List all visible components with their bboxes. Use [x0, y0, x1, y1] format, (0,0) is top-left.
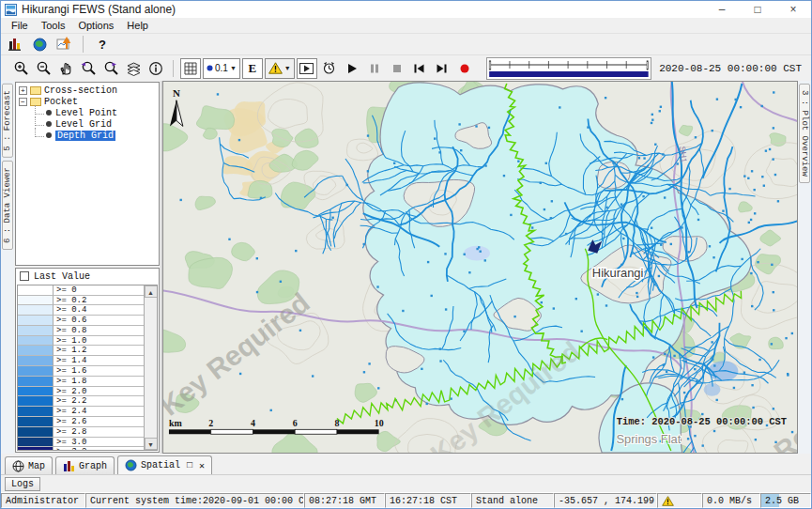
legend-row[interactable]: >= 1.8	[18, 377, 144, 387]
legend-color-swatch	[18, 285, 54, 296]
timeline-slider[interactable]	[486, 57, 651, 80]
tree-item-depth-grid[interactable]: Depth Grid	[18, 130, 159, 141]
legend-row-label: >= 2.6	[54, 417, 144, 427]
close-button[interactable]: ×	[775, 1, 811, 18]
tab-data-viewer[interactable]: 6 : Data Viewer	[2, 161, 13, 250]
tab-graph[interactable]: Graph	[55, 456, 115, 474]
help-button[interactable]: ?	[92, 34, 113, 54]
animation-player-button[interactable]	[297, 58, 317, 79]
chevron-down-icon: ▼	[284, 65, 291, 71]
tab-spatial[interactable]: Spatial □ ✕	[117, 455, 212, 474]
zoom-out-button[interactable]	[33, 58, 54, 79]
legend-row[interactable]: >= 0.4	[18, 305, 144, 316]
status-local-time: 16:27:18 CST	[385, 493, 471, 508]
wireframe-globe-icon	[12, 460, 24, 472]
zoom-next-button[interactable]	[100, 58, 121, 79]
pan-hand-icon[interactable]	[55, 58, 76, 79]
step-back-button[interactable]	[409, 58, 430, 79]
legend-color-swatch	[18, 356, 54, 366]
tree-item-cross-section[interactable]: + Cross-section	[18, 85, 159, 96]
minimize-button[interactable]: –	[704, 1, 740, 18]
legend-scrollbar[interactable]: ▲ ▼	[144, 285, 157, 450]
legend-row[interactable]: >= 0.2	[18, 296, 144, 306]
menu-file[interactable]: File	[5, 19, 35, 32]
tree-item-label: Cross-section	[44, 85, 117, 96]
chevron-down-icon: ▼	[230, 65, 237, 71]
left-tab-strip: 5 : Forecast 6 : Data Viewer	[1, 81, 14, 454]
legend-color-swatch	[18, 387, 54, 397]
bottom-tabs: Map Graph Spatial □ ✕	[1, 454, 811, 474]
svg-text:10: 10	[375, 418, 384, 428]
legend-row[interactable]: >= 0	[18, 285, 144, 296]
legend-row-label: >= 1.6	[54, 366, 144, 377]
stop-button[interactable]	[387, 58, 407, 79]
title-bar: Hikurangi FEWS (Stand alone) – □ ×	[1, 1, 811, 18]
logs-row: Logs	[1, 474, 811, 492]
menu-options[interactable]: Options	[71, 19, 120, 32]
layers-icon[interactable]	[123, 58, 144, 79]
tab-label: Graph	[79, 461, 107, 471]
legend-row[interactable]: >= 2.4	[18, 407, 144, 417]
scroll-up-icon[interactable]: ▲	[145, 285, 158, 298]
tree-connector	[35, 105, 44, 115]
legend-table: >= 0>= 0.2>= 0.4>= 0.6>= 0.8>= 1.0>= 1.2…	[17, 285, 158, 451]
last-value-label: Last Value	[34, 271, 90, 282]
tab-plot-overview[interactable]: 3 : Plot Overview	[799, 84, 810, 183]
legend-color-swatch	[18, 417, 54, 427]
legend-row[interactable]: >= 2.0	[18, 387, 144, 397]
time-navigator-icon[interactable]	[319, 58, 340, 79]
expand-icon[interactable]: +	[19, 86, 27, 95]
step-forward-button[interactable]	[432, 58, 452, 79]
info-button[interactable]	[146, 58, 166, 79]
current-datetime: 2020-08-25 00:00:00 CST	[659, 63, 802, 74]
scroll-down-icon[interactable]: ▼	[145, 438, 158, 450]
contour-value-dropdown[interactable]: 0.1 ▼	[203, 58, 240, 79]
label-button[interactable]: E	[242, 58, 263, 79]
menu-help[interactable]: Help	[120, 19, 155, 32]
legend-row-label: >= 0	[54, 285, 144, 296]
explorer-chart-icon[interactable]	[5, 34, 25, 54]
tree-connector	[35, 116, 44, 126]
legend-color-swatch	[18, 407, 54, 417]
legend-row[interactable]: >= 0.8	[18, 326, 144, 336]
toolbar-separator	[83, 36, 84, 53]
legend-row[interactable]: >= 1.0	[18, 336, 144, 347]
collapse-icon[interactable]: −	[19, 98, 27, 106]
svg-text:2: 2	[208, 418, 213, 428]
legend-row[interactable]: >= 2.8	[18, 427, 144, 438]
bullet-icon	[46, 132, 52, 138]
pause-button[interactable]	[364, 58, 385, 79]
globe-icon[interactable]	[29, 34, 50, 54]
maximize-button[interactable]: □	[740, 1, 775, 18]
spatial-display-icon[interactable]	[54, 34, 74, 54]
legend-row[interactable]: >= 2.6	[18, 417, 144, 427]
tab-maximize-icon[interactable]: □	[187, 460, 192, 470]
thresholds-dropdown[interactable]: ▼	[265, 58, 295, 79]
legend-row[interactable]: >= 1.2	[18, 346, 144, 356]
tab-map[interactable]: Map	[5, 456, 53, 474]
legend-row[interactable]: >= 1.4	[18, 356, 144, 366]
legend-row[interactable]: >= 3.0	[18, 438, 144, 448]
status-warning[interactable]	[657, 493, 702, 508]
legend-color-swatch	[18, 296, 54, 306]
logs-button[interactable]: Logs	[5, 477, 40, 491]
menu-tools[interactable]: Tools	[35, 19, 72, 32]
record-button[interactable]	[454, 58, 475, 79]
left-panel: + Cross-section − Pocket Level Point	[14, 81, 161, 454]
layers-tree: + Cross-section − Pocket Level Point	[15, 82, 160, 266]
zoom-in-button[interactable]	[10, 58, 31, 79]
tab-close-icon[interactable]: ✕	[199, 460, 205, 471]
last-value-checkbox[interactable]	[20, 271, 29, 281]
map-canvas[interactable]: API Key Required API Key Required API Ke…	[162, 81, 798, 454]
menu-bar: File Tools Options Help	[1, 18, 811, 34]
grid-display-button[interactable]	[180, 58, 201, 79]
tab-forecast[interactable]: 5 : Forecast	[2, 84, 13, 158]
tree-item-label: Level Grid	[55, 119, 112, 130]
play-button[interactable]	[342, 58, 362, 79]
legend-row[interactable]: >= 2.2	[18, 396, 144, 407]
status-memory: 2.5 GB	[760, 493, 811, 508]
legend-row[interactable]: >= 0.6	[18, 316, 144, 326]
zoom-previous-button[interactable]	[78, 58, 99, 79]
legend-row[interactable]: >= 3.2	[18, 447, 144, 450]
legend-row[interactable]: >= 1.6	[18, 366, 144, 377]
